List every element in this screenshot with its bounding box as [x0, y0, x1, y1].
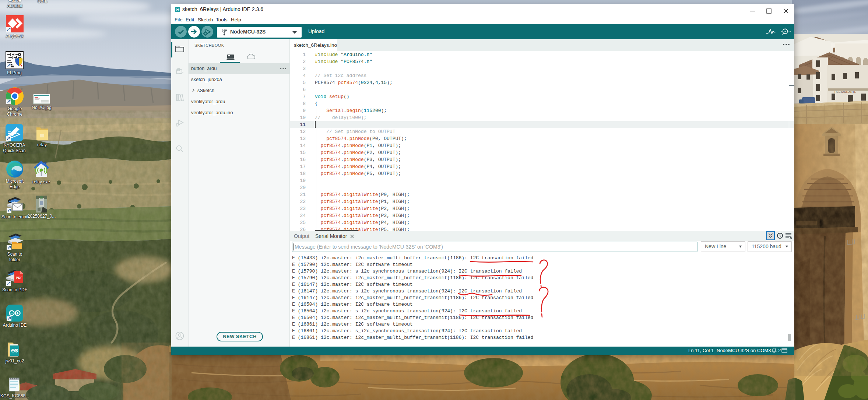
svg-text:RESTAURANTE: RESTAURANTE: [834, 90, 856, 94]
svg-text:PDF: PDF: [16, 276, 23, 280]
